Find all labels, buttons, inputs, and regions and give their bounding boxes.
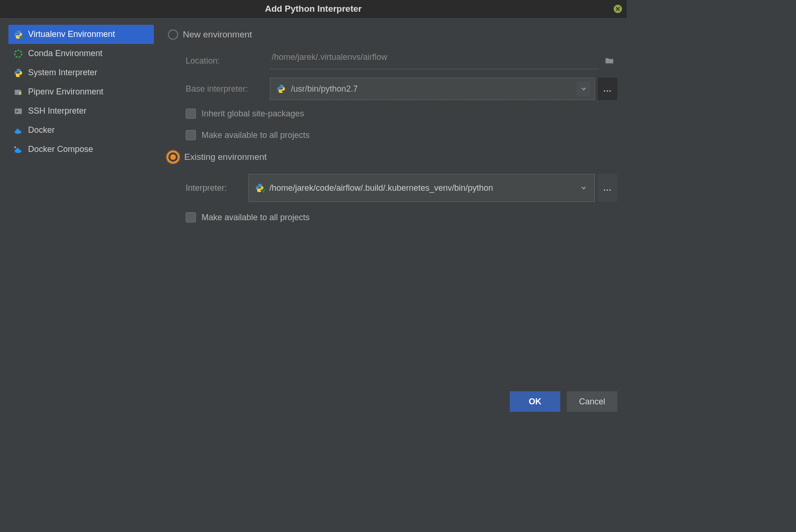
sidebar-item-conda[interactable]: Conda Environment — [8, 44, 154, 63]
sidebar-item-label: Docker — [28, 125, 55, 135]
interpreter-browse-button[interactable]: ... — [598, 174, 617, 202]
base-interpreter-value: /usr/bin/python2.7 — [291, 84, 572, 94]
radio-unchecked-icon — [168, 29, 178, 40]
sidebar-item-docker[interactable]: Docker — [8, 121, 154, 140]
sidebar-item-label: Docker Compose — [28, 144, 93, 154]
cancel-button[interactable]: Cancel — [567, 391, 617, 412]
radio-label: Existing environment — [184, 152, 267, 162]
ssh-icon — [13, 106, 23, 116]
dialog-window: Add Python Interpreter V Virtualenv Envi… — [0, 0, 627, 418]
make-available-new-row: Make available to all projects — [186, 124, 617, 146]
sidebar-item-virtualenv[interactable]: V Virtualenv Environment — [8, 25, 154, 44]
chevron-down-icon[interactable] — [577, 81, 591, 96]
base-interpreter-combo[interactable]: /usr/bin/python2.7 — [270, 78, 595, 100]
sidebar-item-docker-compose[interactable]: Docker Compose — [8, 140, 154, 159]
docker-compose-icon — [13, 144, 23, 155]
sidebar-item-ssh[interactable]: SSH Interpreter — [8, 101, 154, 121]
chevron-down-icon[interactable] — [577, 180, 591, 195]
content-pane: New environment Location: /home/jarek/.v… — [162, 22, 627, 385]
dialog-footer: OK Cancel — [0, 385, 627, 418]
browse-folder-icon[interactable] — [601, 53, 617, 69]
python-icon — [13, 68, 23, 78]
sidebar-item-label: Pipenv Environment — [28, 87, 103, 97]
interpreter-combo[interactable]: V /home/jarek/code/airflow/.build/.kuber… — [248, 174, 595, 202]
make-available-new-label: Make available to all projects — [202, 130, 310, 140]
interpreter-value: /home/jarek/code/airflow/.build/.kuberne… — [269, 183, 572, 193]
sidebar-item-label: Conda Environment — [28, 49, 102, 58]
inherit-packages-label: Inherit global site-packages — [202, 109, 304, 119]
interpreter-row: Interpreter: V /home/jarek/code/airflow/… — [186, 169, 617, 207]
sidebar: V Virtualenv Environment Conda Environme… — [0, 22, 162, 385]
inherit-packages-checkbox[interactable] — [186, 108, 196, 119]
python-icon — [276, 84, 286, 94]
docker-icon — [13, 125, 23, 136]
ok-button[interactable]: OK — [510, 391, 560, 412]
sidebar-item-system[interactable]: System Interpreter — [8, 63, 154, 82]
base-interpreter-browse-button[interactable]: ... — [598, 78, 617, 100]
dialog-title: Add Python Interpreter — [265, 4, 362, 14]
dialog-body: V Virtualenv Environment Conda Environme… — [0, 18, 627, 385]
new-env-group: Location: /home/jarek/.virtualenvs/airfl… — [168, 47, 617, 146]
make-available-existing-row: Make available to all projects — [186, 207, 617, 228]
location-row: Location: /home/jarek/.virtualenvs/airfl… — [186, 47, 617, 75]
location-label: Location: — [186, 56, 270, 66]
make-available-new-checkbox[interactable] — [186, 130, 196, 140]
titlebar: Add Python Interpreter — [0, 0, 627, 18]
inherit-packages-row: Inherit global site-packages — [186, 103, 617, 124]
radio-new-environment[interactable]: New environment — [168, 26, 617, 43]
python-venv-icon: V — [13, 29, 23, 40]
pipenv-icon — [13, 87, 23, 97]
interpreter-label: Interpreter: — [186, 183, 248, 193]
svg-rect-4 — [14, 146, 16, 148]
sidebar-item-label: SSH Interpreter — [28, 106, 87, 116]
sidebar-item-label: Virtualenv Environment — [28, 29, 115, 39]
python-venv-icon: V — [254, 183, 265, 193]
close-icon[interactable] — [614, 5, 622, 13]
radio-checked-icon — [166, 151, 180, 164]
radio-label: New environment — [183, 29, 252, 40]
base-interpreter-row: Base interpreter: /usr/bin/python2.7 — [186, 75, 617, 103]
radio-existing-environment[interactable]: Existing environment — [168, 149, 617, 165]
make-available-existing-label: Make available to all projects — [202, 213, 310, 223]
sidebar-item-pipenv[interactable]: Pipenv Environment — [8, 82, 154, 101]
existing-env-group: Interpreter: V /home/jarek/code/airflow/… — [168, 169, 617, 228]
location-input[interactable]: /home/jarek/.virtualenvs/airflow — [270, 52, 599, 69]
conda-icon — [13, 49, 23, 59]
svg-point-0 — [15, 50, 22, 57]
base-interpreter-label: Base interpreter: — [186, 84, 270, 94]
make-available-existing-checkbox[interactable] — [186, 212, 196, 223]
sidebar-item-label: System Interpreter — [28, 68, 97, 78]
